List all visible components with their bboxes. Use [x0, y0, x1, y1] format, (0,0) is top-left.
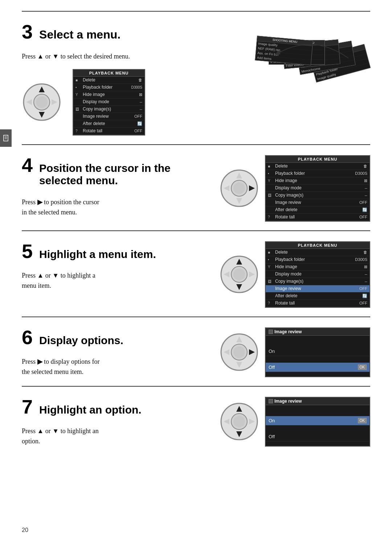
s7-spacer1	[266, 405, 369, 416]
section-3-body-text: Press ▲ or ▼ to select the desired menu.	[22, 53, 130, 60]
s5-row-1: ■Delete🗑	[266, 249, 369, 256]
section-6-number: 6	[22, 327, 33, 347]
menu-row-ir: Image reviewOFF	[73, 113, 144, 120]
s4-row-6: Image reviewOFF	[266, 199, 369, 206]
section-7-number: 7	[22, 397, 33, 416]
section-4-menu-title: PLAYBACK MENU	[266, 156, 369, 163]
menu-row-pf: •Playback folderD300S	[73, 84, 144, 91]
section-6: 6 Display options. Press ▶ to display op…	[22, 317, 370, 386]
menu-row-dm: Display mode--	[73, 98, 144, 106]
section-3-menu: PLAYBACK MENU ■Delete🗑 •Playback folderD…	[73, 69, 145, 136]
section-6-right: Image review On Off OK	[219, 327, 370, 377]
section-6-body: Press ▶ to display options forthe select…	[22, 357, 208, 377]
s4-row-3: YHide image⊠	[266, 177, 369, 185]
section-4-number: 4	[22, 155, 33, 175]
s5-row-2: •Playback folderD300S	[266, 256, 369, 263]
section-5-number: 5	[22, 241, 33, 261]
section-5-right: PLAYBACK MENU ■Delete🗑 •Playback folderD…	[219, 241, 370, 308]
section-5: 5 Highlight a menu item. Press ▲ or ▼ to…	[22, 230, 370, 317]
section-4-title: Position the cursor in the selected menu…	[39, 162, 171, 187]
section-5-body: Press ▲ or ▼ to highlight amenu item.	[22, 271, 208, 291]
section-7-left: 7 Highlight an option. Press ▲ or ▼ to h…	[22, 397, 219, 447]
svg-point-30	[233, 346, 245, 358]
s4-row-8: ?Rotate tallOFF	[266, 214, 369, 221]
section-7-submenu: Image review On OK Off	[265, 397, 370, 447]
section-6-dial	[219, 332, 259, 372]
section-4-dial	[219, 168, 259, 208]
s5-row-8: ?Rotate tallOFF	[266, 300, 369, 307]
section-7-title: Highlight an option.	[39, 404, 142, 416]
section-3-body: Press ▲ or ▼ to select the desired menu.	[22, 52, 240, 62]
section-6-submenu: Image review On Off OK	[265, 327, 370, 377]
stacked-menus: MY MENU Shooting menu Delete Playback fo…	[254, 36, 370, 105]
menu-row-delete: ■Delete🗑	[73, 77, 144, 84]
s7-spacer2	[266, 426, 369, 432]
section-6-submenu-title-text: Image review	[274, 329, 302, 334]
s5-row-7: After delete🔄	[266, 293, 369, 300]
s6-spacer2	[266, 356, 369, 363]
s7-ok-badge: OK	[358, 418, 367, 423]
s5-row-4: Display mode--	[266, 271, 369, 278]
s6-spacer3	[266, 372, 369, 376]
svg-point-23	[233, 269, 245, 280]
section-3-left: 3 Select a menu. Press ▲ or ▼ to select …	[22, 22, 250, 136]
s6-off-row: Off OK	[266, 363, 369, 372]
s4-row-5: 🖼Copy image(s)--	[266, 192, 369, 199]
section-4-title-line2: selected menu.	[39, 174, 118, 186]
section-3-right: MY MENU Shooting menu Delete Playback fo…	[250, 36, 370, 105]
s7-spacer3	[266, 442, 369, 446]
s4-row-2: •Playback folderD300S	[266, 170, 369, 177]
s6-spacer1	[266, 336, 369, 347]
s4-row-7: After delete🔄	[266, 206, 369, 214]
section-3-number: 3	[22, 22, 33, 41]
section-4-title-line1: Position the cursor in the	[39, 162, 171, 174]
section-7-dial	[219, 402, 259, 442]
page: 3 Select a menu. Press ▲ or ▼ to select …	[0, 0, 392, 540]
s6-on-row: On	[266, 347, 369, 356]
section-4-menu: PLAYBACK MENU ■Delete🗑 •Playback folderD…	[265, 155, 370, 222]
s7-on-label: On	[269, 418, 358, 423]
section-6-left: 6 Display options. Press ▶ to display op…	[22, 327, 219, 377]
s5-row-3: YHide image⊠	[266, 263, 369, 271]
section-4-left: 4 Position the cursor in the selected me…	[22, 155, 219, 218]
menu-row-ci: 🖼Copy image(s)--	[73, 106, 144, 113]
section-5-title: Highlight a menu item.	[39, 248, 156, 261]
section-6-submenu-title: Image review	[266, 328, 369, 336]
section-5-menu-title: PLAYBACK MENU	[266, 242, 369, 249]
s7-off-label: Off	[269, 434, 367, 439]
section-3: 3 Select a menu. Press ▲ or ▼ to select …	[22, 11, 370, 144]
section-4-right: PLAYBACK MENU ■Delete🗑 •Playback folderD…	[219, 155, 370, 222]
page-number: 20	[22, 527, 28, 533]
section-3-menu-title: PLAYBACK MENU	[73, 70, 144, 77]
section-5-left: 5 Highlight a menu item. Press ▲ or ▼ to…	[22, 241, 219, 291]
svg-point-37	[233, 416, 245, 427]
section-7-right: Image review On OK Off	[219, 397, 370, 447]
side-tab	[0, 129, 12, 147]
section-4: 4 Position the cursor in the selected me…	[22, 144, 370, 230]
s7-on-row: On OK	[266, 416, 369, 426]
section-5-menu: PLAYBACK MENU ■Delete🗑 •Playback folderD…	[265, 241, 370, 308]
section-6-title: Display options.	[39, 334, 123, 347]
svg-point-9	[36, 96, 48, 108]
section-7-submenu-title-text: Image review	[274, 399, 302, 404]
s6-off-label: Off	[269, 364, 358, 370]
s4-row-1: ■Delete🗑	[266, 163, 369, 170]
section-3-title: Select a menu.	[39, 28, 121, 41]
s6-ok-badge: OK	[358, 364, 367, 370]
menu-row-hi: YHide image⊠	[73, 91, 144, 98]
section-5-dial	[219, 254, 259, 294]
s7-off-row: Off	[266, 432, 369, 442]
section-4-body: Press ▶ to position the cursorin the sel…	[22, 197, 208, 218]
section-7-body: Press ▲ or ▼ to highlight anoption.	[22, 426, 208, 447]
section-7: 7 Highlight an option. Press ▲ or ▼ to h…	[22, 386, 370, 455]
menu-row-rt: ?Rotate tallOFF	[73, 128, 144, 135]
section-3-dial	[22, 82, 62, 122]
s6-on-label: On	[269, 348, 367, 354]
s4-row-4: Display mode--	[266, 185, 369, 192]
svg-point-16	[233, 182, 245, 194]
menu-row-ad: After delete🔄	[73, 120, 144, 128]
section-7-submenu-title: Image review	[266, 398, 369, 405]
s5-row-6-highlighted: Image reviewOFF	[266, 285, 369, 293]
s5-row-5: 🖼Copy image(s)--	[266, 278, 369, 285]
